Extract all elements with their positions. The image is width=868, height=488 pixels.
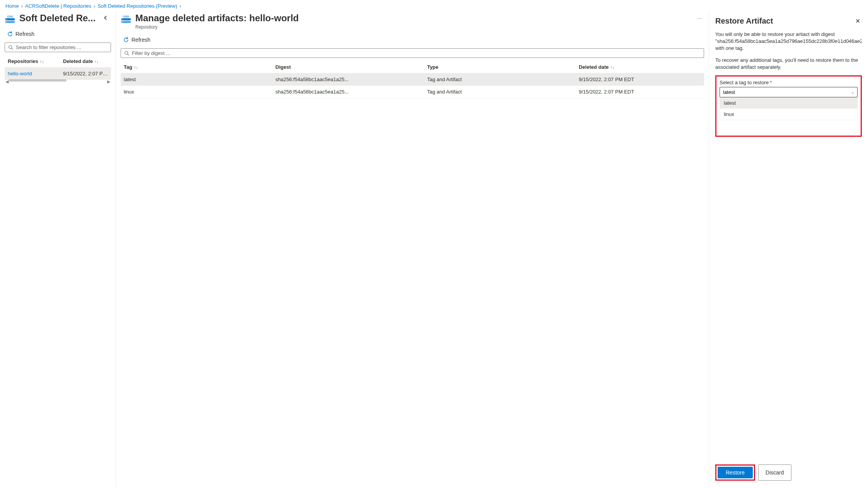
sidebar-title: Soft Deleted Re...: [19, 13, 97, 24]
tag-select-control[interactable]: latest: [720, 87, 858, 97]
required-indicator: *: [770, 80, 772, 85]
cell-deleted: 9/15/2022, 2:07 PM EDT: [576, 86, 704, 98]
search-icon: [124, 51, 130, 56]
sidebar-search-input[interactable]: [16, 44, 107, 50]
chevron-right-icon: ›: [21, 3, 23, 9]
tag-select-label: Select a tag to restore*: [720, 80, 858, 85]
container-registry-icon: [121, 14, 131, 24]
tag-select-highlight: Select a tag to restore* latest ⌄ latest…: [715, 75, 862, 137]
flyout-description-1: You will only be able to restore your ar…: [715, 31, 862, 52]
flyout-description-2: To recover any additional tags, you'll n…: [715, 57, 862, 71]
artifacts-table: Tag↑↓ Digest Type Deleted date↑↓ latest …: [121, 61, 704, 98]
chevron-right-icon: ›: [179, 3, 181, 9]
sort-icon: ↑↓: [94, 59, 99, 64]
cell-tag: linux: [121, 86, 272, 98]
breadcrumb-acr-soft-delete[interactable]: ACRSoftDelete | Repositories: [25, 3, 91, 9]
container-registry-icon: [5, 14, 15, 24]
col-digest[interactable]: Digest: [272, 61, 424, 73]
sidebar-col-repositories[interactable]: Repositories↑↓: [5, 55, 60, 68]
sort-icon: ↑↓: [40, 59, 44, 64]
svg-point-3: [6, 19, 7, 20]
page-subtitle: Repository: [135, 24, 691, 30]
main-refresh-button[interactable]: Refresh: [122, 35, 151, 44]
table-row[interactable]: linux sha256:f54a58bc1aac5ea1a25... Tag …: [121, 86, 704, 98]
table-row[interactable]: latest sha256:f54a58bc1aac5ea1a25... Tag…: [121, 73, 704, 86]
breadcrumb: Home › ACRSoftDelete | Repositories › So…: [0, 0, 868, 11]
cell-type: Tag and Artifact: [424, 86, 576, 98]
cell-digest: sha256:f54a58bc1aac5ea1a25...: [272, 86, 424, 98]
refresh-icon: [123, 37, 129, 43]
more-icon: ···: [697, 15, 702, 21]
cell-digest: sha256:f54a58bc1aac5ea1a25...: [272, 73, 424, 86]
search-icon: [8, 45, 14, 50]
close-icon: ✕: [855, 18, 860, 24]
cell-deleted: 9/15/2022, 2:07 PM EDT: [576, 73, 704, 86]
main-filter-input[interactable]: [132, 50, 701, 56]
sidebar-col-deleted-date[interactable]: Deleted date↑↓: [60, 55, 111, 68]
tag-select-dropdown[interactable]: latest ⌄: [720, 87, 858, 97]
tag-option-linux[interactable]: linux: [720, 109, 857, 120]
svg-line-15: [128, 54, 129, 55]
sidebar-repo-table: Repositories↑↓ Deleted date↑↓ hello-worl…: [5, 55, 111, 80]
svg-rect-2: [7, 15, 13, 17]
sidebar-refresh-label: Refresh: [15, 31, 34, 37]
col-deleted-date[interactable]: Deleted date↑↓: [576, 61, 704, 73]
flyout-title: Restore Artifact: [715, 17, 773, 26]
scroll-thumb[interactable]: [9, 79, 67, 82]
svg-point-11: [122, 19, 123, 20]
col-tag[interactable]: Tag↑↓: [121, 61, 272, 73]
sort-icon: ↑↓: [610, 65, 614, 70]
breadcrumb-soft-deleted-repos[interactable]: Soft Deleted Repositories (Preview): [97, 3, 177, 9]
cell-type: Tag and Artifact: [424, 73, 576, 86]
svg-point-12: [122, 22, 123, 22]
svg-point-5: [8, 16, 9, 17]
restore-button-highlight: Restore: [715, 464, 755, 481]
refresh-icon: [7, 31, 13, 37]
page-title: Manage deleted artifacts: hello-world: [135, 13, 691, 24]
main-refresh-label: Refresh: [131, 37, 150, 43]
breadcrumb-home[interactable]: Home: [5, 3, 19, 9]
sidebar: Soft Deleted Re... Refresh: [0, 11, 116, 487]
svg-rect-10: [123, 15, 129, 17]
cell-tag: latest: [121, 73, 272, 86]
restore-button[interactable]: Restore: [718, 467, 753, 478]
svg-point-13: [124, 16, 125, 17]
sidebar-refresh-button[interactable]: Refresh: [6, 29, 35, 39]
discard-button[interactable]: Discard: [758, 464, 791, 481]
table-row[interactable]: hello-world 9/15/2022, 2:07 PM E: [5, 68, 111, 80]
svg-point-14: [125, 51, 128, 54]
col-type[interactable]: Type: [424, 61, 576, 73]
tag-select-value: latest: [723, 89, 735, 95]
tag-option-latest[interactable]: latest: [720, 97, 857, 109]
svg-point-6: [9, 45, 12, 48]
scroll-right-icon[interactable]: ▶: [107, 79, 110, 84]
restore-artifact-panel: Restore Artifact ✕ You will only be able…: [709, 11, 868, 487]
tag-select-list: latest linux: [720, 97, 858, 120]
collapse-sidebar-button[interactable]: [101, 13, 111, 24]
svg-point-4: [6, 22, 7, 22]
sidebar-search[interactable]: [5, 43, 111, 52]
close-flyout-button[interactable]: ✕: [854, 16, 862, 26]
more-actions-button[interactable]: ···: [695, 13, 704, 24]
main-content: Manage deleted artifacts: hello-world Re…: [116, 11, 709, 487]
repo-name-cell[interactable]: hello-world: [5, 68, 60, 80]
main-filter[interactable]: [121, 48, 704, 58]
sidebar-horizontal-scroll[interactable]: ◀ ▶: [5, 79, 111, 84]
svg-line-7: [12, 48, 13, 49]
sort-icon: ↑↓: [134, 65, 138, 70]
scroll-left-icon[interactable]: ◀: [5, 79, 9, 84]
repo-deleted-cell: 9/15/2022, 2:07 PM E: [60, 68, 111, 80]
chevron-right-icon: ›: [94, 3, 95, 9]
